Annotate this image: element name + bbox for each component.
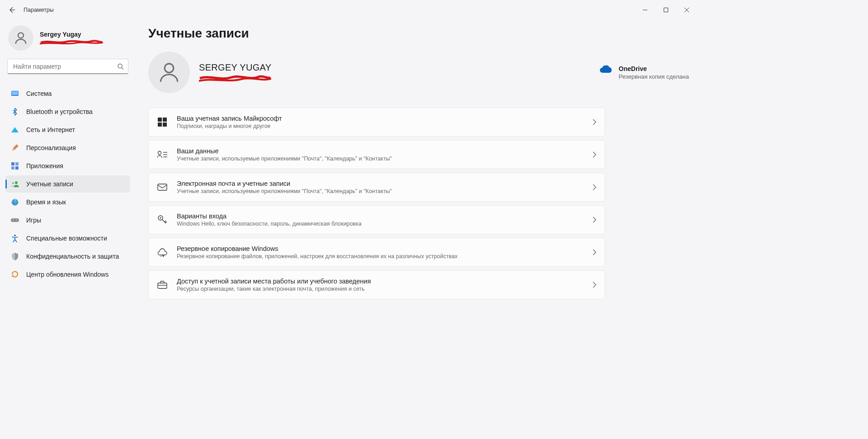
sidebar-item-network[interactable]: Сеть и Интернет (5, 121, 130, 138)
svg-point-12 (12, 182, 14, 184)
card-microsoft-account[interactable]: Ваша учетная запись Майкрософт Подписки,… (148, 108, 605, 137)
avatar-large (148, 52, 190, 93)
svg-point-16 (13, 220, 14, 221)
onedrive-icon (600, 65, 612, 73)
svg-rect-20 (158, 118, 162, 122)
sidebar-item-apps[interactable]: Приложения (5, 157, 130, 175)
sidebar-item-label: Bluetooth и устройства (26, 108, 93, 115)
account-display-name: SERGEY YUGAY (199, 62, 271, 73)
sidebar-item-label: Учетные записи (26, 180, 73, 188)
svg-rect-31 (158, 283, 167, 288)
card-subtitle: Подписки, награды и многое другое (177, 123, 584, 129)
search-input[interactable] (7, 59, 128, 74)
settings-cards: Ваша учетная запись Майкрософт Подписки,… (148, 108, 605, 299)
card-title: Электронная почта и учетные записи (177, 180, 584, 187)
minimize-icon (643, 8, 647, 12)
svg-point-11 (15, 181, 18, 184)
main-content: Учетные записи SERGEY YUGAY (136, 20, 701, 357)
sidebar-item-label: Система (26, 90, 52, 97)
email-icon (157, 182, 168, 193)
svg-rect-15 (11, 218, 19, 222)
svg-rect-9 (11, 166, 14, 170)
close-icon (684, 8, 689, 12)
card-signin-options[interactable]: Варианты входа Windows Hello, ключ безоп… (148, 205, 605, 234)
window-controls (635, 3, 697, 17)
svg-point-19 (165, 64, 174, 73)
window-title: Параметры (24, 7, 54, 13)
sidebar-item-accounts[interactable]: Учетные записи (5, 175, 130, 193)
sidebar-item-label: Сеть и Интернет (26, 126, 75, 133)
sidebar-item-system[interactable]: Система (5, 85, 130, 102)
sidebar-item-label: Игры (26, 217, 41, 224)
search-box (7, 59, 128, 74)
sidebar-item-time[interactable]: Время и язык (5, 194, 130, 211)
accessibility-icon (11, 234, 19, 242)
card-email-accounts[interactable]: Электронная почта и учетные записи Учетн… (148, 173, 605, 202)
person-icon (156, 60, 182, 85)
sidebar-item-update[interactable]: Центр обновления Windows (5, 266, 130, 283)
sidebar-item-label: Время и язык (26, 198, 66, 206)
sidebar-item-gaming[interactable]: Игры (5, 212, 130, 229)
back-button[interactable] (4, 2, 20, 18)
accounts-icon (11, 180, 19, 188)
briefcase-icon (157, 279, 168, 290)
card-work-school[interactable]: Доступ к учетной записи места работы или… (148, 270, 605, 299)
page-title: Учетные записи (148, 26, 693, 41)
titlebar: Параметры (0, 0, 701, 20)
chevron-right-icon (593, 249, 596, 255)
card-subtitle: Учетные записи, используемые приложениям… (177, 156, 584, 162)
onedrive-title: OneDrive (619, 65, 689, 72)
chevron-right-icon (593, 119, 596, 125)
profile-block[interactable]: Sergey Yugay (5, 22, 130, 57)
person-icon (13, 30, 28, 46)
onedrive-status[interactable]: OneDrive Резервная копия сделана (600, 65, 693, 80)
nav: Система Bluetooth и устройства Сеть и Ин… (5, 85, 130, 283)
chevron-right-icon (593, 151, 596, 158)
sidebar-item-label: Центр обновления Windows (26, 271, 108, 278)
svg-rect-6 (12, 91, 18, 95)
sidebar-item-personalization[interactable]: Персонализация (5, 139, 130, 156)
onedrive-subtitle: Резервная копия сделана (619, 73, 689, 80)
card-title: Варианты входа (177, 212, 584, 220)
settings-window: Параметры Sergey Yugay (0, 0, 701, 357)
search-icon (117, 63, 124, 70)
sidebar-item-accessibility[interactable]: Специальные возможности (5, 230, 130, 247)
body: Sergey Yugay Система (0, 20, 701, 357)
sidebar-item-privacy[interactable]: Конфиденциальность и защита (5, 248, 130, 265)
card-title: Доступ к учетной записи места работы или… (177, 278, 584, 285)
svg-rect-1 (664, 8, 668, 12)
svg-rect-21 (163, 118, 167, 122)
svg-rect-10 (15, 166, 19, 170)
minimize-button[interactable] (635, 3, 656, 17)
account-hero: SERGEY YUGAY OneDrive Резервная копия сд… (148, 52, 693, 93)
svg-point-17 (16, 220, 17, 221)
profile-email-redacted (40, 39, 103, 45)
chevron-right-icon (593, 217, 596, 223)
svg-point-30 (160, 217, 161, 219)
privacy-icon (11, 252, 19, 260)
account-email-redacted (199, 74, 271, 83)
card-windows-backup[interactable]: Резервное копирование Windows Резервное … (148, 238, 605, 267)
system-icon (11, 90, 19, 98)
your-info-icon (157, 149, 168, 160)
back-arrow-icon (8, 6, 15, 14)
sidebar-item-bluetooth[interactable]: Bluetooth и устройства (5, 103, 130, 120)
card-subtitle: Ресурсы организации, такие как электронн… (177, 286, 584, 292)
avatar (8, 25, 33, 51)
maximize-icon (664, 8, 668, 12)
sidebar: Sergey Yugay Система (0, 20, 136, 357)
card-subtitle: Учетные записи, используемые приложениям… (177, 188, 584, 194)
backup-icon (157, 247, 168, 258)
key-icon (157, 214, 168, 225)
sidebar-item-label: Приложения (26, 162, 63, 170)
personalization-icon (11, 144, 19, 152)
time-icon (11, 198, 19, 206)
svg-point-3 (118, 64, 122, 68)
svg-line-4 (122, 68, 123, 70)
maximize-button[interactable] (656, 3, 676, 17)
card-your-info[interactable]: Ваши данные Учетные записи, используемые… (148, 140, 605, 169)
close-button[interactable] (676, 3, 697, 17)
gaming-icon (11, 216, 19, 224)
update-icon (11, 270, 19, 279)
card-title: Ваша учетная запись Майкрософт (177, 115, 584, 122)
